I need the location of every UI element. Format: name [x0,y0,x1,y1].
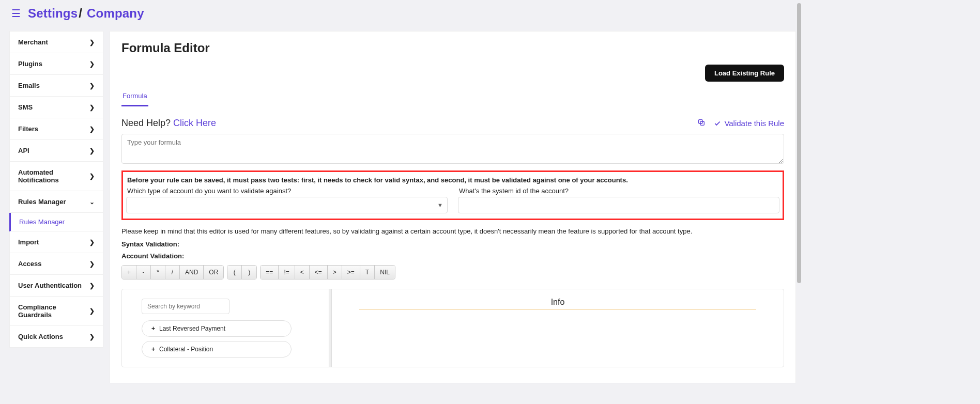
hamburger-icon[interactable]: ☰ [11,8,21,19]
validation-box: Before your rule can be saved, it must p… [121,170,784,220]
op-t[interactable]: T [360,266,375,279]
op-lt[interactable]: < [295,266,310,279]
breadcrumb: Settings/ Company [28,6,144,21]
sidebar-item-access[interactable]: Access❯ [9,253,103,275]
sidebar-subitem-rules-manager[interactable]: Rules Manager [9,213,103,231]
sidebar-item-rules-manager[interactable]: Rules Manager⌄ [9,191,103,213]
scrollbar[interactable] [797,3,801,283]
account-type-label: Which type of account do you want to val… [126,187,448,195]
validation-note: Before your rule can be saved, it must p… [126,176,779,184]
pill-collateral-position[interactable]: + Collateral - Position [142,341,292,358]
copy-icon[interactable] [697,118,706,129]
op-gt[interactable]: > [328,266,342,279]
system-id-label: What's the system id of the account? [458,187,779,195]
sidebar-item-plugins[interactable]: Plugins❯ [9,53,103,75]
plus-icon: + [151,325,155,332]
tab-formula[interactable]: Formula [121,89,148,106]
op-lparen[interactable]: ( [227,266,242,279]
sidebar-item-quick-actions[interactable]: Quick Actions❯ [9,326,103,348]
formula-input[interactable] [121,134,784,164]
sidebar-item-automated-notifications[interactable]: Automated Notifications❯ [9,162,103,191]
op-nil[interactable]: NIL [375,266,395,279]
op-and[interactable]: AND [180,266,204,279]
op-minus[interactable]: - [136,266,151,279]
chevron-right-icon: ❯ [89,147,95,154]
op-gte[interactable]: >= [342,266,360,279]
sidebar-item-merchant[interactable]: Merchant❯ [9,31,103,53]
chevron-right-icon: ❯ [89,104,95,111]
op-lte[interactable]: <= [310,266,328,279]
sidebar-item-api[interactable]: API❯ [9,140,103,162]
chevron-right-icon: ❯ [89,260,95,268]
account-validation-label: Account Validation: [121,252,784,260]
page-title: Formula Editor [121,41,784,55]
load-existing-rule-button[interactable]: Load Existing Rule [705,65,784,82]
sidebar-item-compliance-guardrails[interactable]: Compliance Guardrails❯ [9,297,103,326]
sidebar: Merchant❯ Plugins❯ Emails❯ SMS❯ Filters❯… [0,31,103,404]
system-id-input[interactable] [458,197,779,213]
pill-last-reversed-payment[interactable]: + Last Reversed Payment [142,320,292,337]
syntax-validation-label: Syntax Validation: [121,240,784,248]
chevron-down-icon: ⌄ [89,198,95,206]
op-div[interactable]: / [165,266,180,279]
topbar: ☰ Settings/ Company [0,0,800,31]
check-icon [714,120,721,127]
op-plus[interactable]: + [122,266,136,279]
chevron-right-icon: ❯ [89,126,95,133]
chevron-right-icon: ❯ [89,333,95,340]
chevron-right-icon: ❯ [89,39,95,46]
op-neq[interactable]: != [279,266,295,279]
need-help-label: Need Help? Click Here [121,118,216,129]
validate-this-rule-link[interactable]: Validate this Rule [714,119,784,128]
chevron-right-icon: ❯ [89,307,95,315]
click-here-link[interactable]: Click Here [173,118,216,128]
bottom-panel: + Last Reversed Payment + Collateral - P… [121,289,784,367]
keep-in-mind-note: Please keep in mind that this editor is … [121,227,784,235]
op-mult[interactable]: * [151,266,165,279]
sidebar-item-filters[interactable]: Filters❯ [9,118,103,140]
chevron-right-icon: ❯ [89,82,95,89]
info-underline [359,309,757,309]
operator-toolbar: + - * / AND OR ( ) == != < [121,265,784,279]
sidebar-item-user-authentication[interactable]: User Authentication❯ [9,275,103,297]
sidebar-item-emails[interactable]: Emails❯ [9,75,103,97]
account-type-select[interactable]: ▼ [126,197,448,213]
op-rparen[interactable]: ) [242,266,256,279]
plus-icon: + [151,346,155,353]
op-or[interactable]: OR [204,266,223,279]
caret-down-icon: ▼ [437,202,443,208]
info-title: Info [337,298,778,307]
op-eq[interactable]: == [261,266,279,279]
chevron-right-icon: ❯ [89,239,95,246]
breadcrumb-settings[interactable]: Settings [28,6,78,20]
chevron-right-icon: ❯ [89,60,95,68]
sidebar-item-sms[interactable]: SMS❯ [9,97,103,118]
chevron-right-icon: ❯ [89,282,95,289]
breadcrumb-company[interactable]: Company [87,6,144,20]
chevron-right-icon: ❯ [89,173,95,180]
panel-formula-editor: Formula Editor Load Existing Rule Formul… [110,31,796,383]
sidebar-item-import[interactable]: Import❯ [9,231,103,253]
keyword-search-input[interactable] [142,299,229,314]
